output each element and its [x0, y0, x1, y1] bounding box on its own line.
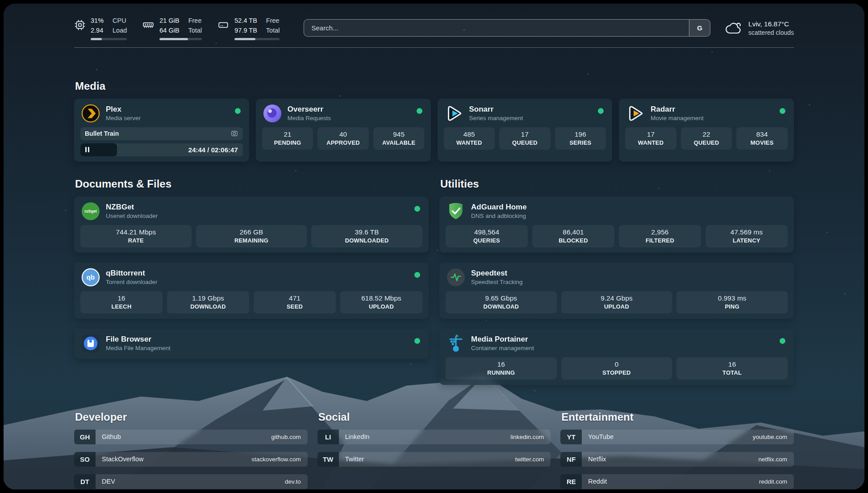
- stat-value: 16: [82, 294, 161, 302]
- service-subtitle: Media File Management: [106, 345, 171, 351]
- now-playing-row[interactable]: Bullet Train: [80, 127, 243, 140]
- bookmark-stackoverflow[interactable]: SO StackOverflow stackoverflow.com: [74, 452, 308, 467]
- stat-label: LEECH: [82, 303, 161, 310]
- stat-latency: 47.569 ms LATENCY: [705, 225, 788, 247]
- service-title: Overseerr: [288, 105, 331, 114]
- weather-condition: scattered clouds: [748, 29, 794, 36]
- status-dot: [417, 108, 422, 114]
- stat-movies: 834 MOVIES: [736, 127, 788, 150]
- bookmark-twitter[interactable]: TW Twitter twitter.com: [317, 452, 551, 467]
- service-card-nzbget[interactable]: nzbget NZBGet Usenet downloader 744.21 M…: [74, 196, 429, 253]
- service-text: NZBGet Usenet downloader: [106, 203, 158, 219]
- service-card-radarr[interactable]: Radarr Movie management 17 WANTED 22 QUE…: [619, 99, 794, 162]
- stat-blocked: 86,401 BLOCKED: [532, 225, 614, 247]
- stat-pending: 21 PENDING: [262, 127, 313, 150]
- stat-value: 47.569 ms: [707, 228, 786, 236]
- service-card-qbittorrent[interactable]: qb qBittorrent Torrent downloader 16: [74, 263, 429, 319]
- bookmark-name: StackOverflow: [96, 452, 143, 467]
- cpu-loadavg: 2.94: [91, 26, 104, 36]
- stat-label: TOTAL: [678, 369, 786, 376]
- service-title: Radarr: [651, 105, 704, 114]
- stat-queued: 22 QUEUED: [681, 127, 732, 150]
- service-card-sonarr[interactable]: Sonarr Series management 485 WANTED 17 Q…: [438, 99, 613, 162]
- section-documents: Documents & Files nzbget NZBGet Usenet d…: [74, 178, 429, 385]
- svg-text:qb: qb: [87, 273, 95, 281]
- stat-remaining: 266 GB REMAINING: [196, 225, 307, 247]
- service-title: Plex: [106, 105, 141, 114]
- section-heading-utilities: Utilities: [440, 178, 794, 190]
- service-card-speedtest[interactable]: Speedtest Speedtest Tracking 9.65 Gbps D…: [439, 263, 794, 319]
- stat-rate: 744.21 Mbps RATE: [80, 225, 192, 247]
- search-bar[interactable]: G: [304, 19, 710, 37]
- stat-approved: 40 APPROVED: [317, 127, 369, 150]
- stat-filtered: 2,956 FILTERED: [619, 225, 701, 247]
- stat-upload: 9.24 Gbps UPLOAD: [561, 291, 672, 313]
- disk-free: 52.4 TB: [234, 16, 257, 26]
- disk-icon: [217, 19, 230, 31]
- stat-label: WANTED: [627, 139, 675, 146]
- bookmark-abbr: YT: [560, 430, 582, 444]
- stat-running: 16 RUNNING: [446, 357, 557, 380]
- stat-label: PING: [678, 303, 786, 310]
- stat-label: DOWNLOADED: [313, 237, 421, 244]
- section-heading-media: Media: [75, 80, 794, 92]
- bookmark-reddit[interactable]: RE Reddit reddit.com: [560, 474, 794, 489]
- search-provider-button[interactable]: G: [689, 20, 710, 36]
- service-card-plex[interactable]: Plex Media server Bullet Train: [74, 99, 249, 162]
- service-card-portainer[interactable]: Media Portainer Container management 16 …: [439, 329, 794, 385]
- bookmark-dev[interactable]: DT DEV dev.to: [74, 474, 308, 489]
- stat-value: 196: [557, 130, 605, 138]
- cpu-readout: 31% 2.94 CPU Load: [91, 16, 127, 40]
- bookmark-github[interactable]: GH Github github.com: [74, 430, 308, 444]
- bookmark-youtube[interactable]: YT YouTube youtube.com: [560, 430, 794, 444]
- nzbget-icon: nzbget: [81, 202, 100, 221]
- weather-widget: Lviv, 16.87°C scattered clouds: [725, 20, 794, 36]
- stats-row: 485 WANTED 17 QUEUED 196 SERIES: [444, 127, 606, 150]
- stat-upload: 618.52 Mbps UPLOAD: [340, 291, 422, 313]
- stat-label: APPROVED: [319, 139, 367, 146]
- stat-label: REMAINING: [198, 237, 305, 244]
- stats-row: 21 PENDING 40 APPROVED 945 AVAILABLE: [262, 127, 425, 150]
- pause-icon[interactable]: [85, 147, 89, 152]
- player-progress-bar[interactable]: 24:44 / 02:06:47: [80, 143, 243, 156]
- cpu-usage: 31%: [91, 16, 104, 26]
- stat-download: 9.65 Gbps DOWNLOAD: [446, 291, 557, 313]
- section-heading-entertainment: Entertainment: [561, 411, 794, 423]
- service-subtitle: Speedtest Tracking: [471, 279, 523, 285]
- bookmark-abbr: RE: [560, 474, 582, 489]
- search-input[interactable]: [304, 20, 689, 36]
- qbittorrent-icon: qb: [81, 268, 100, 287]
- stat-wanted: 485 WANTED: [444, 127, 495, 150]
- bookmark-linkedin[interactable]: LI LinkedIn linkedin.com: [317, 430, 551, 444]
- service-title: AdGuard Home: [471, 203, 527, 212]
- top-bar: 31% 2.94 CPU Load: [74, 16, 794, 40]
- service-card-overseerr[interactable]: Overseerr Media Requests 21 PENDING 40 A…: [256, 99, 431, 162]
- service-title: Media Portainer: [471, 335, 534, 344]
- section-utilities: Utilities AdGuard Home: [439, 178, 794, 385]
- bookmark-netflix[interactable]: NF Netflix netflix.com: [560, 452, 794, 467]
- stat-value: 618.52 Mbps: [342, 294, 421, 302]
- stat-wanted: 17 WANTED: [625, 127, 676, 150]
- adguard-icon: [447, 202, 465, 221]
- stat-label: SERIES: [557, 139, 605, 146]
- service-card-adguard[interactable]: AdGuard Home DNS and adblocking 498,564 …: [439, 196, 794, 253]
- stat-value: 744.21 Mbps: [82, 228, 190, 236]
- bookmark-url: linkedin.com: [510, 430, 551, 444]
- stat-queries: 498,564 QUERIES: [446, 225, 528, 247]
- bookmark-url: stackoverflow.com: [251, 452, 307, 467]
- service-title: qBittorrent: [106, 269, 158, 278]
- stat-series: 196 SERIES: [555, 127, 606, 150]
- disk-progress-track: [234, 38, 280, 40]
- stat-label: QUERIES: [447, 237, 526, 244]
- disk-widget: 52.4 TB 97.9 TB Free Total: [217, 16, 280, 40]
- service-card-filebrowser[interactable]: File Browser Media File Management: [74, 329, 429, 359]
- memory-progress-track: [159, 38, 202, 40]
- radarr-icon: [626, 104, 645, 123]
- disk-labels: Free Total: [266, 16, 280, 36]
- stat-label: DOWNLOAD: [169, 303, 247, 310]
- stats-row: 9.65 Gbps DOWNLOAD 9.24 Gbps UPLOAD 0.99…: [446, 291, 788, 313]
- memory-labels: Free Total: [188, 16, 202, 36]
- stat-value: 16: [447, 360, 555, 368]
- stat-label: LATENCY: [707, 237, 786, 244]
- service-subtitle: Usenet downloader: [106, 213, 158, 219]
